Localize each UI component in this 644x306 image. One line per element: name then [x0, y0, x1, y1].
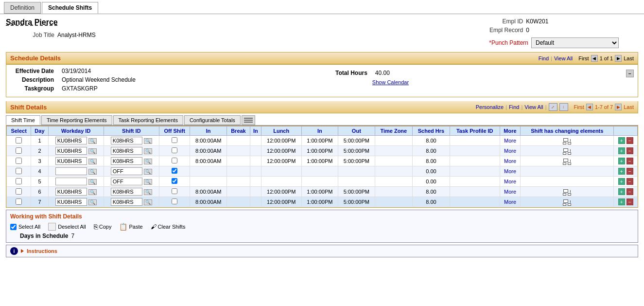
instructions-bar[interactable]: i Instructions [6, 245, 638, 257]
workday-lookup-btn[interactable]: 🔍 [88, 179, 97, 185]
add-row-btn[interactable]: + [618, 158, 625, 164]
off-shift-checkbox[interactable] [172, 137, 177, 143]
row-checkbox[interactable] [16, 178, 22, 184]
shift-id-input[interactable] [111, 188, 142, 196]
select-all-label[interactable]: Select All [18, 224, 40, 230]
more-link[interactable]: More [504, 148, 516, 154]
tab-configurable-totals[interactable]: Configurable Totals [184, 115, 241, 125]
more-link[interactable]: More [504, 168, 516, 174]
row-checkbox[interactable] [16, 147, 22, 154]
off-shift-checkbox[interactable] [172, 198, 177, 204]
schedule-view-all-link[interactable]: View All [554, 55, 573, 61]
row-checkbox[interactable] [16, 168, 22, 174]
deselect-all-label[interactable]: Deselect All [58, 224, 86, 230]
workday-input[interactable] [55, 137, 87, 144]
row-sched-hrs: 0.00 [413, 177, 450, 187]
row-select [7, 187, 31, 197]
punch-pattern-select[interactable]: Default [531, 37, 619, 48]
shift-id-input[interactable] [111, 198, 142, 206]
del-row-btn[interactable]: − [627, 188, 633, 195]
tab-task-reporting[interactable]: Task Reporting Elements [113, 115, 183, 125]
off-shift-checkbox[interactable] [172, 158, 177, 163]
more-link[interactable]: More [504, 199, 516, 205]
total-hours-value: 40.00 [375, 70, 390, 76]
copy-btn[interactable]: ⎘ Copy [94, 223, 112, 231]
off-shift-checkbox[interactable] [172, 147, 177, 153]
shift-id-lookup-btn[interactable]: 🔍 [144, 159, 152, 164]
col-break: Break [226, 126, 250, 136]
del-row-btn[interactable]: − [627, 147, 633, 154]
shift-personalize-link[interactable]: Personalize [476, 104, 504, 110]
del-row-btn[interactable]: − [627, 178, 633, 185]
tab-definition[interactable]: Definition [4, 2, 41, 14]
off-shift-checkbox[interactable] [172, 168, 177, 174]
shift-id-lookup-btn[interactable]: 🔍 [144, 148, 152, 154]
more-link[interactable]: More [504, 158, 516, 164]
shift-id-lookup-btn[interactable]: 🔍 [144, 199, 152, 205]
shift-id-lookup-btn[interactable]: 🔍 [144, 169, 152, 175]
row-lunch: 12:00:00PM [261, 146, 301, 156]
add-row-btn[interactable]: + [618, 147, 625, 154]
paste-btn[interactable]: 📋 Paste [119, 223, 142, 231]
row-checkbox[interactable] [16, 198, 22, 205]
shift-view-all-link[interactable]: View All [524, 104, 543, 110]
workday-input[interactable] [55, 147, 87, 155]
tab-schedule-shifts[interactable]: Schedule Shifts [42, 2, 98, 14]
row-workday-id: 🔍 [48, 136, 104, 146]
workday-lookup-btn[interactable]: 🔍 [88, 148, 97, 154]
more-link[interactable]: More [504, 179, 516, 184]
expand-icon[interactable]: ⤢ [549, 103, 557, 111]
shift-id-input[interactable] [111, 137, 142, 144]
clear-shifts-btn[interactable]: 🖌 Clear Shifts [151, 223, 186, 230]
workday-lookup-btn[interactable]: 🔍 [88, 138, 97, 144]
workday-input[interactable] [55, 188, 87, 196]
add-row-btn[interactable]: + [618, 137, 625, 144]
add-row-btn[interactable]: + [618, 188, 625, 195]
add-row-btn[interactable]: + [618, 198, 625, 205]
workday-input[interactable] [55, 167, 87, 175]
schedule-prev-btn[interactable]: ◀ [591, 55, 598, 62]
del-row-btn[interactable]: − [627, 168, 633, 175]
row-break [226, 136, 250, 146]
workday-lookup-btn[interactable]: 🔍 [88, 169, 97, 175]
more-link[interactable]: More [504, 138, 516, 144]
row-checkbox[interactable] [16, 137, 22, 144]
show-calendar-link[interactable]: Show Calendar [372, 79, 409, 85]
shift-prev-btn[interactable]: ◀ [586, 104, 593, 110]
row-off-shift [159, 187, 190, 197]
workday-input[interactable] [55, 157, 87, 165]
workday-input[interactable] [55, 198, 87, 206]
shift-id-lookup-btn[interactable]: 🔍 [144, 138, 152, 144]
off-shift-checkbox[interactable] [172, 188, 177, 194]
grid-icon[interactable]: ⁝ [559, 103, 568, 111]
schedule-find-link[interactable]: Find [539, 55, 549, 61]
add-row-btn[interactable]: + [618, 168, 625, 175]
tab-extra-icon[interactable] [242, 115, 255, 125]
workday-input[interactable] [55, 178, 87, 185]
del-row-btn[interactable]: − [627, 158, 633, 164]
row-checkbox[interactable] [16, 188, 22, 195]
shift-id-input[interactable] [111, 147, 142, 155]
tab-time-reporting[interactable]: Time Reporting Elements [41, 115, 112, 125]
workday-lookup-btn[interactable]: 🔍 [88, 159, 97, 164]
del-row-btn[interactable]: − [627, 137, 633, 144]
more-link[interactable]: More [504, 189, 516, 195]
shift-id-input[interactable] [111, 178, 142, 185]
del-row-btn[interactable]: − [627, 198, 633, 205]
shift-find-link[interactable]: Find [509, 104, 519, 110]
add-row-btn[interactable]: + [618, 178, 625, 185]
select-all-checkbox[interactable] [10, 224, 17, 230]
row-checkbox[interactable] [16, 158, 22, 164]
shift-id-input[interactable] [111, 167, 142, 175]
collapse-btn[interactable]: − [626, 70, 634, 77]
row-lunch: 12:00:00PM [261, 197, 301, 207]
tab-shift-time[interactable]: Shift Time [6, 115, 40, 125]
schedule-next-btn[interactable]: ▶ [615, 55, 622, 62]
shift-id-input[interactable] [111, 157, 142, 165]
shift-next-btn[interactable]: ▶ [615, 104, 622, 110]
off-shift-checkbox[interactable] [172, 178, 177, 184]
workday-lookup-btn[interactable]: 🔍 [88, 199, 97, 205]
workday-lookup-btn[interactable]: 🔍 [88, 189, 97, 195]
shift-id-lookup-btn[interactable]: 🔍 [144, 189, 152, 195]
shift-id-lookup-btn[interactable]: 🔍 [144, 179, 152, 185]
